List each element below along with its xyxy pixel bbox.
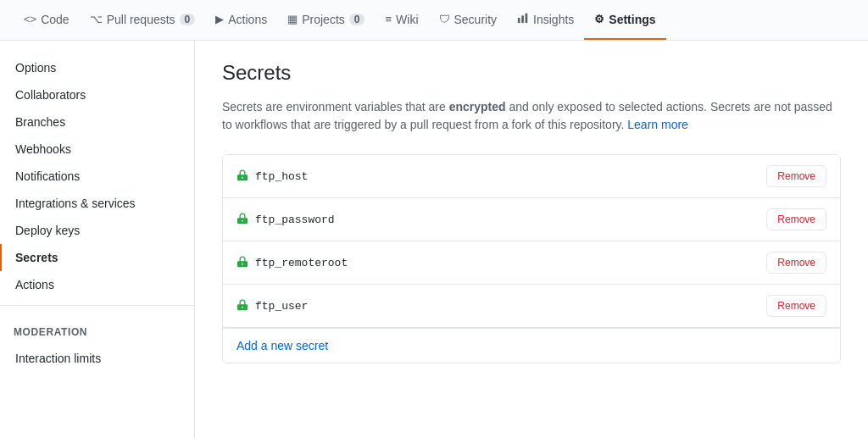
svg-rect-0 xyxy=(518,18,520,23)
remove-ftp-user-button[interactable]: Remove xyxy=(766,295,826,317)
nav-insights-label: Insights xyxy=(533,13,574,26)
nav-insights[interactable]: Insights xyxy=(507,0,584,40)
secret-item-ftp-password: ftp_password Remove xyxy=(223,198,840,241)
nav-actions[interactable]: ▶ Actions xyxy=(205,0,277,40)
lock-icon-ftp-password xyxy=(236,213,248,227)
nav-wiki-label: Wiki xyxy=(396,13,418,26)
secret-name-ftp-host: ftp_host xyxy=(255,170,308,183)
lock-icon-ftp-user xyxy=(236,299,248,313)
sidebar-item-deploy-keys[interactable]: Deploy keys xyxy=(0,217,194,244)
nav-security-label: Security xyxy=(454,13,498,26)
sidebar-item-interaction-limits[interactable]: Interaction limits xyxy=(0,345,194,372)
sidebar-item-secrets[interactable]: Secrets xyxy=(0,244,194,271)
actions-icon: ▶ xyxy=(215,13,224,25)
secret-name-ftp-user: ftp_user xyxy=(255,300,308,313)
nav-actions-label: Actions xyxy=(228,13,267,26)
wiki-icon: ≡ xyxy=(385,13,392,25)
sidebar-item-collaborators[interactable]: Collaborators xyxy=(0,81,194,108)
secret-item-ftp-user: ftp_user Remove xyxy=(223,285,840,328)
lock-icon-ftp-remoteroot xyxy=(236,256,248,270)
settings-icon: ⚙ xyxy=(594,13,604,25)
remove-ftp-host-button[interactable]: Remove xyxy=(766,165,826,187)
pull-request-icon: ⌥ xyxy=(90,13,103,25)
sidebar-divider xyxy=(0,305,194,306)
nav-settings[interactable]: ⚙ Settings xyxy=(584,0,665,40)
learn-more-link[interactable]: Learn more xyxy=(627,118,688,131)
insights-icon xyxy=(517,12,529,26)
secret-name-ftp-remoteroot: ftp_remoteroot xyxy=(255,257,348,269)
nav-code[interactable]: <> Code xyxy=(14,0,80,40)
sidebar-item-notifications[interactable]: Notifications xyxy=(0,163,194,190)
nav-wiki[interactable]: ≡ Wiki xyxy=(375,0,428,40)
secrets-list: ftp_host Remove ftp_password Remove xyxy=(222,154,841,363)
sidebar: Options Collaborators Branches Webhooks … xyxy=(0,41,195,438)
code-icon: <> xyxy=(24,13,36,25)
remove-ftp-password-button[interactable]: Remove xyxy=(766,208,826,230)
nav-code-label: Code xyxy=(41,13,69,26)
sidebar-item-integrations[interactable]: Integrations & services xyxy=(0,190,194,217)
secret-item-ftp-remoteroot: ftp_remoteroot Remove xyxy=(223,241,840,285)
svg-rect-1 xyxy=(521,15,524,23)
svg-rect-2 xyxy=(526,14,528,23)
main-content: Secrets Secrets are environment variable… xyxy=(195,41,868,438)
sidebar-item-webhooks[interactable]: Webhooks xyxy=(0,136,194,163)
nav-projects-label: Projects xyxy=(302,13,345,26)
nav-security[interactable]: 🛡 Security xyxy=(429,0,508,40)
layout: Options Collaborators Branches Webhooks … xyxy=(0,41,868,438)
add-secret-link[interactable]: Add a new secret xyxy=(223,328,840,363)
nav-settings-label: Settings xyxy=(609,13,655,26)
lock-icon-ftp-host xyxy=(236,169,248,184)
pull-requests-badge: 0 xyxy=(180,14,196,25)
projects-badge: 0 xyxy=(349,14,365,25)
description: Secrets are environment variables that a… xyxy=(222,98,841,134)
nav-pull-requests-label: Pull requests xyxy=(107,13,175,26)
sidebar-item-branches[interactable]: Branches xyxy=(0,108,194,136)
page-title: Secrets xyxy=(222,61,841,85)
nav-pull-requests[interactable]: ⌥ Pull requests 0 xyxy=(80,0,206,40)
nav-projects[interactable]: ▦ Projects 0 xyxy=(277,0,375,40)
sidebar-item-options[interactable]: Options xyxy=(0,54,194,81)
projects-icon: ▦ xyxy=(287,13,298,25)
security-icon: 🛡 xyxy=(439,13,450,25)
remove-ftp-remoteroot-button[interactable]: Remove xyxy=(766,252,826,274)
secret-item-ftp-host: ftp_host Remove xyxy=(223,155,840,198)
sidebar-moderation-header: Moderation xyxy=(0,313,194,345)
secret-name-ftp-password: ftp_password xyxy=(255,213,335,226)
top-nav: <> Code ⌥ Pull requests 0 ▶ Actions ▦ Pr… xyxy=(0,0,868,41)
sidebar-item-actions[interactable]: Actions xyxy=(0,271,194,298)
